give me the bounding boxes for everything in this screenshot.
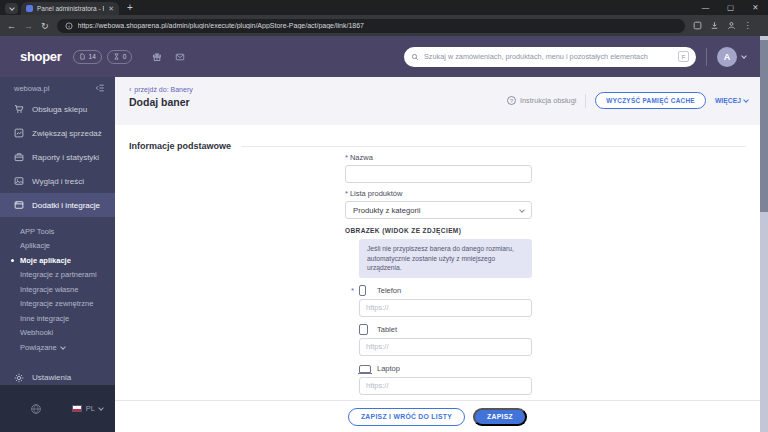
form-card: Informacje podstawowe *Nazwa *Lista prod… [115,125,760,400]
phone-icon [359,285,366,296]
address-bar[interactable]: https://webowa.shoparena.pl/admin/plugin… [57,19,685,33]
account-chevron-down-icon[interactable] [741,53,747,59]
page-scrollbar[interactable] [760,36,768,432]
sidebar-subnav: APP Tools Aplikacje Moje aplikacje Integ… [0,217,115,355]
banner-url-input-tablet[interactable] [359,338,532,356]
document-icon [79,53,86,60]
poland-flag-icon [72,405,82,412]
forward-icon[interactable]: → [24,21,33,31]
tab-title: Panel administratora - Panel Ad [37,5,104,12]
form-column: *Nazwa *Lista produktów Produkty z kateg… [345,153,532,400]
banner-url-input-laptop[interactable] [359,377,532,395]
shoper-logo[interactable]: shoper [20,49,62,64]
info-box: Jeśli nie przypiszesz banera do danego r… [359,239,532,278]
maximize-icon[interactable]: ▢ [718,0,743,15]
sidebar-subitem[interactable]: APP Tools [20,224,115,239]
save-and-back-button[interactable]: ZAPISZ I WRÓĆ DO LISTY [348,408,465,426]
chevron-down-icon [60,344,66,350]
banner-url-input-phone[interactable] [359,299,532,317]
reload-icon[interactable]: ↻ [41,21,49,31]
pending-badge[interactable]: 0 [107,50,133,64]
close-icon[interactable]: ✕ [743,0,768,15]
search-shortcut-key: F [678,51,689,62]
save-button[interactable]: ZAPISZ [473,408,527,426]
new-tab-button[interactable]: + [127,1,133,14]
avatar[interactable]: A [717,47,737,67]
globe-icon[interactable] [30,403,42,415]
side-panel-icon[interactable] [693,21,702,30]
product-list-label: *Lista produktów [345,189,532,198]
laptop-icon [359,365,371,373]
orders-badge[interactable]: 14 [73,50,102,64]
sidebar-nav: Obsługa sklepu Zwiększaj sprzedaż Raport… [0,97,115,217]
help-link[interactable]: ? Instrukcja obsługi [507,96,576,105]
question-icon: ? [507,96,516,105]
shop-name[interactable]: webowa.pl [14,84,49,93]
sidebar-subitem[interactable]: Aplikacje [20,239,115,254]
chart-icon [14,128,24,138]
browser-tab[interactable]: Panel administratora - Panel Ad ✕ [21,2,119,15]
tablet-icon [359,324,368,335]
sidebar-subitem[interactable]: Moje aplikacje [20,253,115,268]
gear-icon [14,373,24,383]
collapse-sidebar-icon[interactable] [95,83,105,93]
clear-cache-button[interactable]: WYCZYŚĆ PAMIĘĆ CACHE [595,92,706,109]
language-selector[interactable]: PL [72,404,103,413]
profile-icon[interactable] [727,21,736,30]
page-header: ‹ przejdź do: Banery Dodaj baner ? Instr… [115,77,760,125]
device-label-laptop: Laptop [359,363,532,374]
sidebar-subitem[interactable]: Powiązane [20,340,115,355]
back-icon[interactable]: ← [7,21,16,31]
sidebar-item-cart[interactable]: Obsługa sklepu [0,97,115,121]
favicon [26,5,33,12]
sidebar-subitem[interactable]: Inne integracje [20,311,115,326]
hourglass-icon [113,53,120,60]
device-label-tablet: Tablet [359,324,532,335]
sidebar-subitem[interactable]: Integracje zewnętrzne [20,297,115,312]
sidebar-item-image[interactable]: Wygląd i treści [0,169,115,193]
tab-search-button[interactable] [5,3,18,14]
sidebar-item-plugin[interactable]: Dodatki i integracje [0,193,115,217]
sidebar-subitem[interactable]: Integracje z partnerami [20,268,115,283]
language-chevron-down-icon [98,405,104,411]
scrollbar-thumb[interactable] [760,40,768,212]
image-icon [14,176,24,186]
mail-icon[interactable] [175,52,185,62]
device-fields: * Telefon Tablet Laptop Desktop [359,285,532,400]
chevron-left-icon: ‹ [129,86,131,93]
more-chevron-down-icon [743,97,749,103]
search-input[interactable] [424,52,673,61]
url-text: https://webowa.shoparena.pl/admin/plugin… [78,22,364,29]
sidebar-subitem[interactable]: Webhooki [20,326,115,341]
minimize-icon[interactable]: — [693,0,718,15]
product-list-select[interactable]: Produkty z kategorii [345,201,532,219]
sidebar-item-chart[interactable]: Zwiększaj sprzedaż [0,121,115,145]
sidebar: webowa.pl Obsługa sklepu Zwiększaj sprze… [0,77,115,432]
name-input[interactable] [345,165,532,183]
browser-toolbar: ← → ↻ https://webowa.shoparena.pl/admin/… [0,15,768,36]
browser-tab-bar: Panel administratora - Panel Ad ✕ + — ▢ … [0,0,768,15]
search-icon [411,53,419,61]
site-info-icon[interactable] [65,22,73,30]
global-search[interactable]: F [404,47,696,67]
tab-close-icon[interactable]: ✕ [108,5,114,13]
more-button[interactable]: WIĘCEJ [715,97,748,104]
select-chevron-down-icon [519,207,525,213]
device-label-phone: * Telefon [359,285,532,296]
section-title: Informacje podstawowe [129,141,231,151]
gift-icon[interactable] [152,52,162,62]
plugin-icon [14,200,24,210]
image-section-label: OBRAZEK (WIDOK ZE ZDJĘCIEM) [345,227,532,234]
main-content: ‹ przejdź do: Banery Dodaj baner ? Instr… [115,77,760,432]
sidebar-footer: PL [0,385,115,432]
menu-dots-icon[interactable]: ⋮ [744,21,752,30]
sidebar-subitem[interactable]: Integracje własne [20,282,115,297]
cart-icon [14,104,24,114]
action-bar: ZAPISZ I WRÓĆ DO LISTY ZAPISZ [115,400,760,432]
name-label: *Nazwa [345,153,532,162]
sidebar-item-briefcase[interactable]: Raporty i statystyki [0,145,115,169]
app-header: shoper 14 0 F A [0,36,760,77]
download-icon[interactable] [710,21,719,30]
briefcase-icon [14,152,24,162]
